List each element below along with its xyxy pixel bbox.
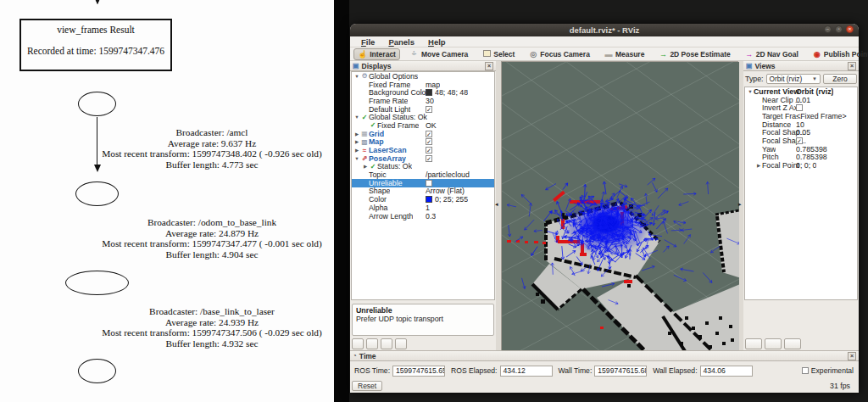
color-swatch[interactable]	[426, 196, 432, 203]
property-row[interactable]: Focal Shap... ✓	[745, 137, 857, 145]
expander-icon[interactable]: ▶	[362, 164, 369, 169]
property-value[interactable]: OK	[426, 121, 437, 130]
property-value[interactable]: <Fixed Frame>	[796, 112, 847, 120]
property-value[interactable]: 0.3	[426, 212, 436, 221]
panel-button[interactable]	[395, 338, 407, 349]
menu-item-panels[interactable]: Panels	[382, 37, 420, 47]
maximize-button[interactable]: ▫	[835, 25, 843, 33]
property-row[interactable]: Invert Z Axis	[745, 103, 857, 112]
splitter-handle-left[interactable]: ◂	[495, 201, 498, 208]
checkbox[interactable]: ✓	[426, 106, 432, 113]
tool-button[interactable]: ◎ Focus Camera	[525, 48, 594, 60]
expander-icon[interactable]: ▼	[747, 89, 754, 94]
tool-button[interactable]: ▬ Measure	[600, 48, 649, 60]
close-button[interactable]: ×	[846, 25, 854, 33]
property-value[interactable]: 0.05	[796, 128, 810, 137]
expander-icon[interactable]: ▼	[353, 156, 360, 161]
displays-panel-header[interactable]: ▣ Displays ×	[350, 61, 496, 71]
property-row[interactable]: Distance 10	[745, 120, 857, 129]
property-row[interactable]: Background Color 48; 48; 48	[352, 88, 494, 97]
property-row[interactable]: ▶ ✓ Status: Ok	[352, 163, 494, 171]
close-icon[interactable]: ×	[848, 62, 856, 70]
property-row[interactable]: Focal Shap... 0.05	[745, 128, 857, 137]
property-value[interactable]: Orbit (rviz)	[796, 87, 833, 96]
property-row[interactable]: Alpha 1	[352, 204, 494, 212]
tool-button[interactable]: ◉ Publish Point	[809, 48, 868, 60]
reset-button[interactable]: Reset	[352, 381, 382, 391]
zero-button[interactable]: Zero	[823, 74, 857, 84]
views-panel-header[interactable]: ▣ Views ×	[743, 61, 859, 71]
checkbox[interactable]: ✓	[426, 131, 432, 137]
tool-button[interactable]: ☝ Interact	[353, 48, 400, 60]
property-row[interactable]: ▶ Focal Point 0; 0; 0	[745, 161, 857, 170]
tool-button[interactable]: Move Camera	[406, 47, 472, 61]
property-row[interactable]: Target Fra... <Fixed Frame>	[745, 112, 857, 120]
property-row[interactable]: Fixed Frame map	[352, 81, 494, 89]
property-row[interactable]: Near Clip ... 0.01	[745, 96, 857, 104]
property-value[interactable]: 0; 25; 255	[435, 195, 468, 204]
property-value[interactable]: 0.01	[796, 96, 810, 104]
checkbox[interactable]	[802, 367, 809, 374]
menu-item-file[interactable]: File	[355, 37, 381, 47]
close-icon[interactable]: ×	[485, 62, 493, 70]
property-row[interactable]: ▼ Current View Orbit (rviz)	[745, 87, 857, 96]
minimize-button[interactable]: −	[824, 25, 832, 33]
property-row[interactable]: Unreliable	[352, 179, 494, 187]
expander-icon[interactable]: ▶	[755, 163, 762, 168]
property-value[interactable]: 0.785398	[796, 145, 827, 154]
3d-viewport[interactable]	[501, 61, 738, 350]
property-row[interactable]: ▶ ▦ Grid ✓	[352, 130, 494, 138]
window-titlebar[interactable]: default.rviz* - RViz − ▫ ×	[350, 24, 859, 36]
panel-button[interactable]	[352, 338, 364, 349]
property-value[interactable]: 48; 48; 48	[435, 88, 468, 97]
menu-item-help[interactable]: Help	[422, 37, 452, 47]
expander-icon[interactable]: ▶	[353, 139, 360, 144]
checkbox[interactable]	[426, 180, 432, 187]
checkbox[interactable]: ✓	[426, 155, 432, 162]
expander-icon[interactable]: ▶	[353, 148, 360, 153]
property-value[interactable]: 30	[426, 97, 434, 105]
color-swatch[interactable]	[426, 89, 432, 96]
time-panel-header[interactable]: ◔ Time ×	[350, 351, 859, 361]
property-row[interactable]: Yaw 0.785398	[745, 145, 857, 154]
property-value[interactable]: Arrow (Flat)	[426, 187, 465, 195]
panel-button[interactable]	[745, 338, 762, 349]
property-row[interactable]: Shape Arrow (Flat)	[352, 187, 494, 196]
checkbox[interactable]: ✓	[426, 147, 432, 154]
expander-icon[interactable]: ▶	[353, 131, 360, 137]
expander-icon[interactable]: ▼	[353, 114, 360, 120]
property-row[interactable]: Default Light ✓	[352, 105, 494, 114]
checkbox[interactable]: ✓	[796, 137, 803, 144]
splitter-handle-right[interactable]: ▸	[738, 201, 742, 208]
property-row[interactable]: ▼ ✓ Global Status: Ok	[352, 113, 494, 121]
property-row[interactable]: Color 0; 25; 255	[352, 195, 494, 204]
tool-button[interactable]: → 2D Pose Estimate	[654, 48, 734, 60]
checkbox[interactable]: ✓	[426, 138, 432, 145]
panel-button[interactable]	[381, 338, 392, 349]
property-row[interactable]: Pitch 0.785398	[745, 154, 857, 162]
property-value[interactable]: /particlecloud	[426, 170, 470, 179]
view-type-select[interactable]: Orbit (rviz) ▼	[766, 74, 821, 84]
property-row[interactable]: ▼ ⚙ Global Options	[352, 72, 494, 81]
property-value[interactable]: 0.785398	[796, 153, 827, 161]
panel-button[interactable]	[784, 338, 801, 349]
tool-button[interactable]: Select	[478, 48, 519, 60]
close-icon[interactable]: ×	[848, 352, 856, 360]
property-value[interactable]: map	[426, 81, 440, 89]
property-value[interactable]: 0; 0; 0	[796, 161, 816, 170]
property-value[interactable]: 10	[796, 120, 804, 129]
panel-button[interactable]	[765, 338, 782, 349]
property-row[interactable]: ▶ ≈ LaserScan ✓	[352, 146, 494, 154]
property-row[interactable]: Topic /particlecloud	[352, 170, 494, 179]
property-row[interactable]: Frame Rate 30	[352, 97, 494, 105]
experimental-toggle[interactable]: Experimental	[802, 366, 854, 375]
property-row[interactable]: ▼ ⇗ PoseArray ✓	[352, 154, 494, 163]
tool-button[interactable]: → 2D Nav Goal	[741, 48, 803, 60]
property-row[interactable]: Arrow Length 0.3	[352, 212, 494, 221]
panel-button[interactable]	[366, 338, 378, 349]
expander-icon[interactable]: ▼	[353, 74, 360, 79]
checkbox[interactable]	[796, 104, 803, 111]
property-row[interactable]: ▶ ▩ Map ✓	[352, 138, 494, 147]
property-value[interactable]: 1	[426, 204, 430, 212]
property-row[interactable]: ✓ Fixed Frame OK	[352, 121, 494, 130]
